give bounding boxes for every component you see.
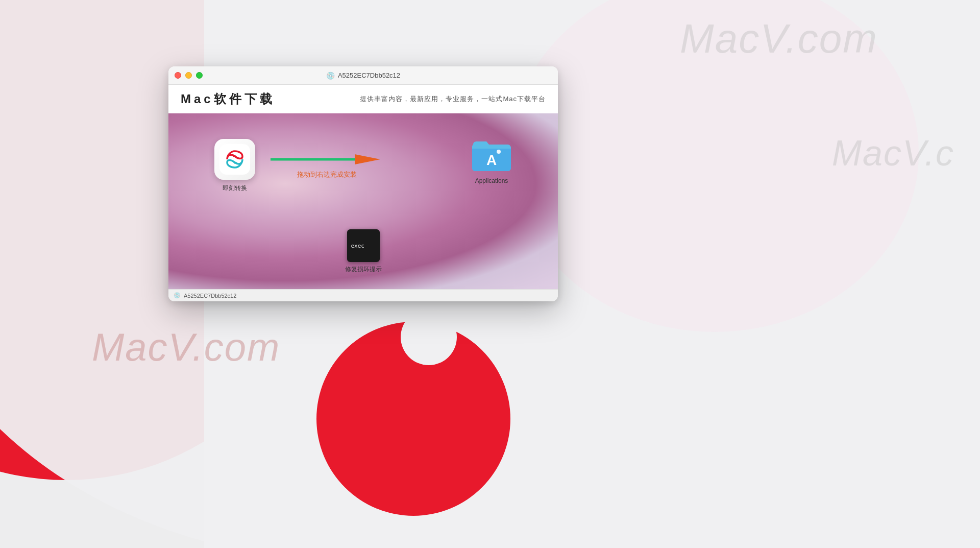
watermark-left: MacV.com — [92, 325, 280, 369]
titlebar-title: 💿 A5252EC7Dbb52c12 — [326, 72, 400, 80]
svg-point-6 — [401, 309, 457, 365]
install-arrow — [271, 152, 383, 167]
traffic-lights — [175, 72, 203, 79]
dmg-content: 即刻转换 拖动到右边完成安装 A — [168, 113, 558, 289]
arrow-wrap: 拖动到右边完成安装 — [268, 152, 385, 179]
applications-wrap: A Applications — [471, 136, 512, 184]
exec-wrap: exec 修复损坏提示 — [345, 229, 382, 274]
svg-rect-7 — [219, 144, 250, 175]
minimize-button[interactable] — [185, 72, 192, 79]
applications-folder-icon: A — [471, 136, 512, 173]
drag-instruction: 拖动到右边完成安装 — [297, 170, 357, 179]
header-subtitle: 提供丰富内容，最新应用，专业服务，一站式Mac下载平台 — [360, 94, 546, 104]
titlebar-text: A5252EC7Dbb52c12 — [338, 72, 400, 79]
app-icon[interactable] — [214, 139, 255, 180]
maximize-button[interactable] — [196, 72, 203, 79]
exec-icon: exec — [347, 229, 380, 262]
applications-label: Applications — [475, 177, 508, 184]
svg-text:A: A — [486, 152, 497, 168]
app-icon-wrap: 即刻转换 — [214, 139, 255, 193]
watermark-mid: MacV.c — [832, 133, 954, 174]
titlebar-disk-icon: 💿 — [326, 72, 335, 80]
svg-point-13 — [497, 150, 501, 154]
exec-label: 修复损坏提示 — [345, 265, 382, 274]
watermark-top: MacV.com — [680, 15, 878, 62]
statusbar-title: A5252EC7Dbb52c12 — [184, 293, 236, 299]
header-title: Mac软件下载 — [181, 91, 275, 107]
close-button[interactable] — [175, 72, 181, 79]
main-window: 💿 A5252EC7Dbb52c12 Mac软件下载 提供丰富内容，最新应用，专… — [168, 66, 558, 301]
statusbar-icon: 💿 — [174, 292, 181, 299]
svg-marker-11 — [355, 154, 380, 164]
titlebar: 💿 A5252EC7Dbb52c12 — [168, 66, 558, 85]
exec-text: exec — [351, 243, 365, 249]
header-bar: Mac软件下载 提供丰富内容，最新应用，专业服务，一站式Mac下载平台 — [168, 85, 558, 113]
statusbar: 💿 A5252EC7Dbb52c12 — [168, 289, 558, 301]
app-icon-label: 即刻转换 — [223, 184, 247, 193]
